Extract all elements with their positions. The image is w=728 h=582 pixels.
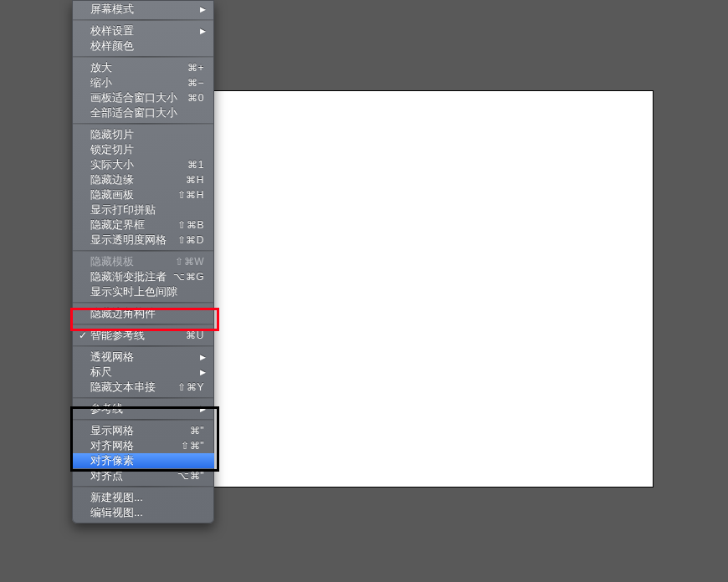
menu-hide-text-threads[interactable]: 隐藏文本串接⇧⌘Y — [72, 380, 214, 395]
menu-show-print-tiling[interactable]: 显示打印拼贴 — [72, 202, 214, 217]
menu-separator — [73, 345, 213, 347]
menu-hide-bbox[interactable]: 隐藏定界框⇧⌘B — [72, 217, 214, 232]
artboard-canvas — [201, 90, 654, 488]
menu-zoom-out[interactable]: 缩小⌘− — [72, 75, 214, 90]
menu-separator — [73, 56, 213, 58]
menu-proof-setup[interactable]: 校样设置 — [72, 23, 214, 38]
menu-proof-colors[interactable]: 校样颜色 — [72, 38, 214, 54]
menu-fit-all[interactable]: 全部适合窗口大小 — [72, 105, 214, 120]
menu-hide-corner-widget[interactable]: 隐藏边角构件 — [72, 306, 214, 321]
menu-snap-to-point[interactable]: 对齐点⌥⌘" — [72, 468, 214, 483]
menu-snap-to-grid[interactable]: 对齐网格⇧⌘" — [72, 438, 214, 453]
menu-hide-gradient-annotator[interactable]: 隐藏渐变批注者⌥⌘G — [72, 269, 214, 284]
menu-separator — [73, 250, 213, 252]
menu-edit-views[interactable]: 编辑视图... — [72, 505, 214, 520]
menu-screen-mode[interactable]: 屏幕模式 — [72, 2, 214, 17]
menu-hide-slices[interactable]: 隐藏切片 — [72, 127, 214, 142]
menu-snap-to-pixel[interactable]: 对齐像素 — [72, 453, 214, 468]
menu-separator — [73, 486, 213, 488]
menu-separator — [73, 324, 213, 325]
menu-show-transparency[interactable]: 显示透明度网格⇧⌘D — [72, 232, 214, 248]
menu-show-live-paint-gaps[interactable]: 显示实时上色间隙 — [72, 284, 214, 299]
view-menu: 屏幕模式 校样设置 校样颜色 放大⌘+ 缩小⌘− 画板适合窗口大小⌘0 全部适合… — [72, 0, 214, 523]
menu-separator — [73, 397, 213, 399]
menu-perspective-grid[interactable]: 透视网格 — [72, 350, 214, 365]
menu-hide-artboards[interactable]: 隐藏画板⇧⌘H — [72, 187, 214, 202]
menu-rulers[interactable]: 标尺 — [72, 365, 214, 380]
menu-lock-slices[interactable]: 锁定切片 — [72, 142, 214, 157]
menu-smart-guides[interactable]: ✓智能参考线⌘U — [72, 328, 214, 343]
menu-hide-edges[interactable]: 隐藏边缘⌘H — [72, 172, 214, 187]
checkmark-icon: ✓ — [79, 328, 87, 343]
menu-show-grid[interactable]: 显示网格⌘" — [72, 423, 214, 438]
menu-new-view[interactable]: 新建视图... — [72, 490, 214, 505]
menu-guides[interactable]: 参考线 — [72, 401, 214, 416]
menu-zoom-in[interactable]: 放大⌘+ — [72, 60, 214, 75]
menu-separator — [73, 419, 213, 421]
menu-separator — [73, 123, 213, 125]
menu-fit-artboard[interactable]: 画板适合窗口大小⌘0 — [72, 90, 214, 105]
menu-actual-size[interactable]: 实际大小⌘1 — [72, 157, 214, 172]
menu-hide-template: 隐藏模板⇧⌘W — [72, 254, 214, 269]
menu-separator — [73, 302, 213, 304]
menu-separator — [73, 19, 213, 21]
